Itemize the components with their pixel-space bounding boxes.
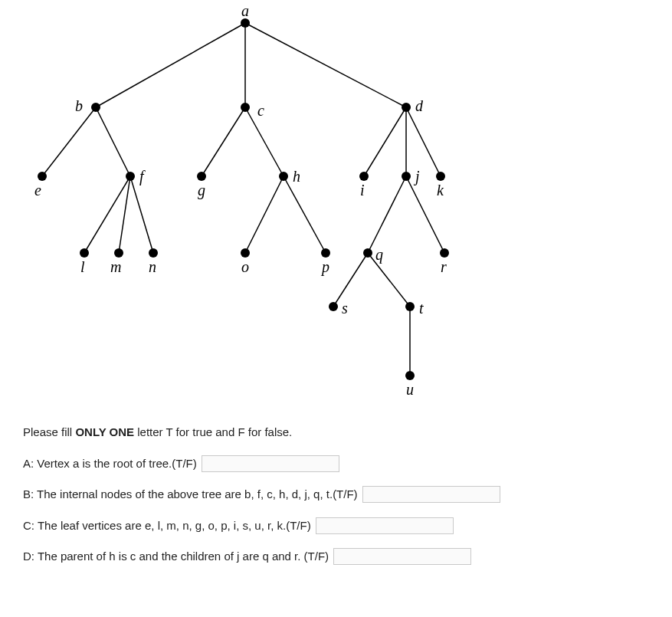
edge-b-f [96, 107, 130, 176]
node-l [80, 248, 89, 258]
instructions-line: Please fill ONLY ONE letter T for true a… [23, 422, 672, 444]
edge-q-t [368, 253, 410, 307]
node-u [405, 371, 415, 380]
node-p [321, 248, 330, 258]
node-label-c: c [257, 103, 264, 118]
tree-svg [15, 0, 506, 414]
node-m [114, 248, 123, 258]
node-label-m: m [110, 259, 121, 274]
answer-D-input[interactable] [333, 548, 471, 565]
question-B-text: B: The internal nodes of the above tree … [23, 484, 358, 506]
page: abcdefghijklmnopqrstu Please fill ONLY O… [0, 0, 672, 568]
question-A-row: A: Vertex a is the root of tree.(T/F) [23, 453, 672, 475]
node-o [241, 248, 250, 258]
tree-diagram: abcdefghijklmnopqrstu [15, 0, 506, 414]
node-label-g: g [198, 182, 205, 198]
node-d [402, 103, 411, 112]
questions-block: Please fill ONLY ONE letter T for true a… [23, 422, 672, 568]
edge-d-i [364, 107, 406, 176]
node-k [436, 172, 445, 181]
node-label-h: h [293, 169, 300, 184]
node-label-r: r [441, 259, 447, 274]
node-b [91, 103, 100, 112]
node-label-n: n [149, 259, 156, 274]
edge-a-b [96, 23, 245, 107]
instr-prefix: Please fill [23, 425, 75, 438]
node-label-l: l [80, 259, 85, 274]
question-D-row: D: The parent of h is c and the children… [23, 546, 672, 568]
node-e [38, 172, 47, 181]
instr-suffix: letter T for true and F for false. [134, 425, 292, 438]
question-A-text: A: Vertex a is the root of tree.(T/F) [23, 453, 197, 475]
edge-h-o [245, 176, 284, 253]
node-label-b: b [75, 98, 83, 113]
edge-a-d [245, 23, 406, 107]
node-s [329, 302, 338, 311]
edge-c-g [202, 107, 245, 176]
node-label-t: t [419, 300, 424, 316]
node-i [359, 172, 369, 181]
node-label-j: j [415, 169, 420, 184]
node-t [405, 302, 415, 311]
edge-f-m [119, 176, 130, 253]
node-label-f: f [139, 169, 144, 184]
answer-A-input[interactable] [202, 455, 339, 472]
node-c [241, 103, 250, 112]
instr-bold: ONLY ONE [75, 425, 134, 438]
node-g [197, 172, 206, 181]
edge-b-e [42, 107, 96, 176]
question-D-text: D: The parent of h is c and the children… [23, 546, 329, 568]
node-label-o: o [241, 259, 249, 274]
node-n [149, 248, 158, 258]
question-B-row: B: The internal nodes of the above tree … [23, 484, 672, 506]
answer-C-input[interactable] [316, 517, 454, 534]
node-label-q: q [375, 247, 383, 262]
node-a [241, 18, 250, 28]
answer-B-input[interactable] [362, 486, 500, 503]
node-j [402, 172, 411, 181]
question-C-text: C: The leaf vertices are e, l, m, n, g, … [23, 515, 311, 537]
edge-f-n [130, 176, 153, 253]
node-r [440, 248, 449, 258]
edge-j-q [368, 176, 406, 253]
node-label-k: k [437, 182, 444, 198]
node-label-p: p [322, 259, 329, 274]
node-label-e: e [34, 182, 41, 198]
node-label-s: s [342, 300, 348, 316]
question-C-row: C: The leaf vertices are e, l, m, n, g, … [23, 515, 672, 537]
node-f [126, 172, 135, 181]
node-label-i: i [360, 182, 365, 198]
edge-c-h [245, 107, 284, 176]
node-h [279, 172, 288, 181]
edge-f-l [84, 176, 130, 253]
node-q [363, 248, 372, 258]
node-label-d: d [415, 98, 423, 113]
node-label-u: u [406, 382, 414, 397]
edge-q-s [333, 253, 368, 307]
edge-d-k [406, 107, 441, 176]
edge-h-p [284, 176, 326, 253]
node-label-a: a [241, 3, 249, 18]
